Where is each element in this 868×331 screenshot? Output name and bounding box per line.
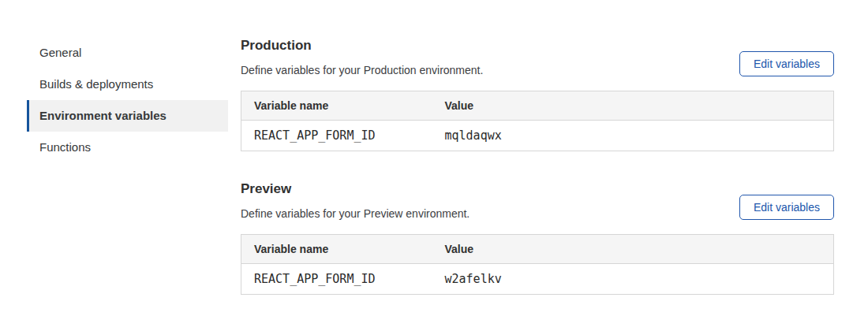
production-header-text: Production Define variables for your Pro… [241,38,483,76]
variable-value-cell: w2afelkv [432,264,834,295]
settings-page: General Builds & deployments Environment… [0,0,868,331]
production-edit-variables-button[interactable]: Edit variables [739,51,834,76]
preview-title: Preview [241,181,470,197]
sidebar-item-general[interactable]: General [27,37,228,69]
environment-variables-panel: Production Define variables for your Pro… [241,38,834,295]
production-title: Production [241,38,483,54]
table-row: REACT_APP_FORM_ID w2afelkv [241,264,834,295]
production-section-header: Production Define variables for your Pro… [241,38,834,76]
value-column-header: Value [432,235,834,264]
variable-name-column-header: Variable name [241,91,432,121]
production-section: Production Define variables for your Pro… [241,38,834,151]
preview-variables-table: Variable name Value REACT_APP_FORM_ID w2… [241,234,834,295]
production-variables-table: Variable name Value REACT_APP_FORM_ID mq… [241,91,834,151]
table-header-row: Variable name Value [241,235,834,264]
preview-edit-variables-button[interactable]: Edit variables [739,195,834,220]
variable-value-cell: mqldaqwx [432,121,834,151]
variable-name-column-header: Variable name [241,235,432,264]
table-row: REACT_APP_FORM_ID mqldaqwx [241,121,834,151]
variable-name-cell: REACT_APP_FORM_ID [241,121,432,151]
preview-section-header: Preview Define variables for your Previe… [241,181,834,220]
sidebar-item-builds-deployments[interactable]: Builds & deployments [27,69,228,100]
sidebar-item-environment-variables[interactable]: Environment variables [27,100,228,132]
table-header-row: Variable name Value [241,91,834,121]
variable-name-cell: REACT_APP_FORM_ID [241,264,432,295]
sidebar-item-functions[interactable]: Functions [27,132,228,163]
production-description: Define variables for your Production env… [241,64,483,76]
value-column-header: Value [432,91,834,121]
settings-sidebar: General Builds & deployments Environment… [27,37,228,163]
preview-description: Define variables for your Preview enviro… [241,207,470,220]
preview-header-text: Preview Define variables for your Previe… [241,181,470,220]
preview-section: Preview Define variables for your Previe… [241,181,834,295]
